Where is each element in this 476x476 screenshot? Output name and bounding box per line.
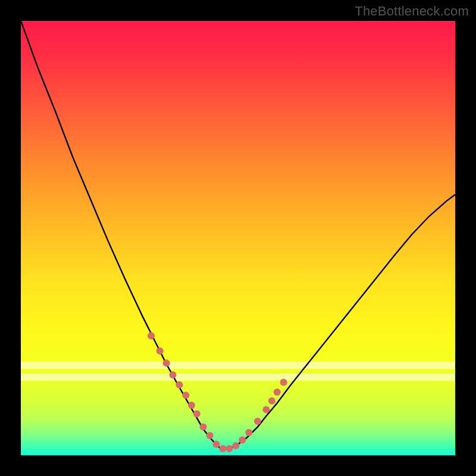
curve-marker <box>163 359 170 367</box>
curve-marker <box>193 411 201 418</box>
curve-marker <box>232 442 239 449</box>
curve-marker <box>262 406 270 413</box>
curve-marker <box>213 441 220 448</box>
curve-marker <box>200 424 207 431</box>
plot-area <box>21 21 455 455</box>
curve-marker <box>280 378 287 386</box>
curve-marker <box>254 418 261 425</box>
curve-marker <box>170 371 177 378</box>
curve-marker <box>245 429 252 436</box>
curve-svg <box>21 21 455 455</box>
curve-marker <box>239 436 246 443</box>
curve-marker <box>268 397 275 405</box>
curve-marker <box>182 392 189 399</box>
curve-marker <box>206 432 214 439</box>
curve-marker <box>156 347 164 355</box>
curve-marker <box>274 389 281 396</box>
curve-marker <box>148 332 155 339</box>
curve-marker <box>176 381 183 389</box>
curve-marker <box>188 402 195 409</box>
curve-marker <box>226 445 233 452</box>
watermark-text: TheBottleneck.com <box>355 4 469 19</box>
curve-markers <box>148 332 287 452</box>
curve-marker <box>220 445 227 452</box>
bottleneck-curve <box>21 21 455 449</box>
chart-frame: TheBottleneck.com <box>0 0 476 476</box>
